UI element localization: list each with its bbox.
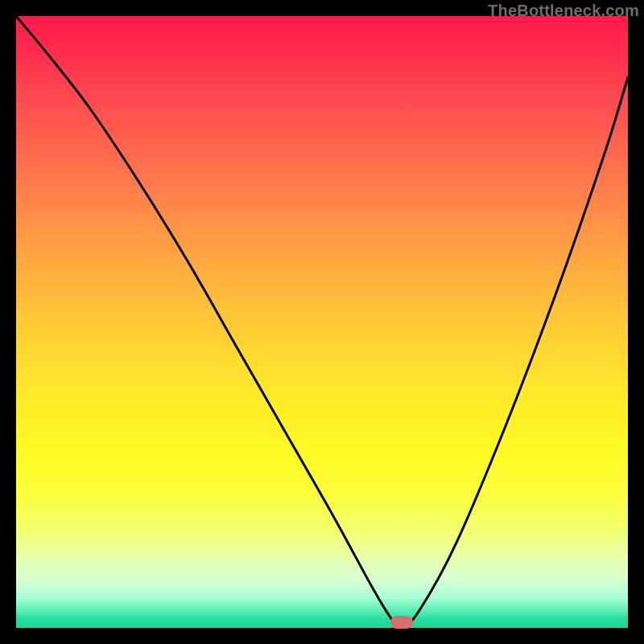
chart-container: TheBottleneck.com: [0, 0, 644, 644]
minimum-marker: [390, 616, 413, 629]
bottleneck-curve-path: [16, 16, 628, 628]
curve-svg: [16, 16, 628, 628]
plot-area: [16, 16, 628, 628]
